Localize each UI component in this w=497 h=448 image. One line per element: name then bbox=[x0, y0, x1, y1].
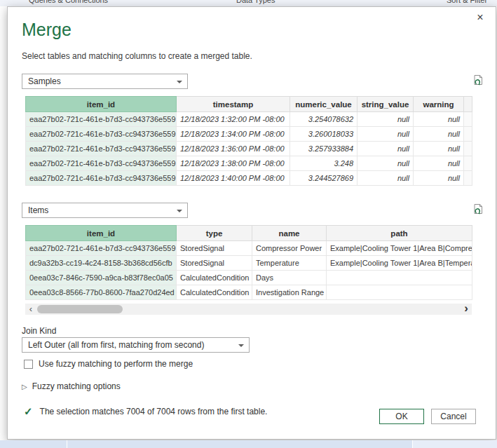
table-cell[interactable]: 0eea03c8-8566-77b0-8600-7faa270d24ed bbox=[26, 285, 177, 300]
table-cell[interactable]: 3.257933884 bbox=[290, 142, 358, 156]
table-cell[interactable]: eaa27b02-721c-461e-b7d3-cc943736e559 bbox=[26, 127, 177, 142]
table-cell[interactable]: StoredSignal bbox=[177, 256, 252, 271]
column-header-name[interactable]: name bbox=[252, 226, 327, 241]
ok-button[interactable]: OK bbox=[379, 409, 424, 424]
chevron-down-icon bbox=[177, 81, 182, 83]
table-cell[interactable]: Temperature bbox=[252, 256, 327, 271]
table-cell[interactable]: dc9a32b3-cc19-4c24-8158-3b368cd56cfb bbox=[26, 256, 177, 271]
table-row: dc9a32b3-cc19-4c24-8158-3b368cd56cfb Sto… bbox=[26, 256, 472, 271]
status-line: ✓ The selection matches 7004 of 7004 row… bbox=[24, 405, 267, 418]
column-header-numeric-value[interactable]: numeric_value bbox=[290, 97, 358, 112]
join-kind-select[interactable]: Left Outer (all from first, matching fro… bbox=[22, 337, 250, 353]
column-header-string-value[interactable]: string_value bbox=[358, 97, 414, 112]
table-row: eaa27b02-721c-461e-b7d3-cc943736e559 12/… bbox=[26, 127, 472, 142]
column-header-timestamp[interactable]: timestamp bbox=[177, 97, 290, 112]
table-cell[interactable]: 12/18/2023 1:38:00 PM -08:00 bbox=[177, 156, 290, 171]
column-header-warning[interactable]: warning bbox=[414, 97, 464, 112]
scrollbar-thumb[interactable] bbox=[37, 305, 123, 313]
ribbon-group-label: Queries & Connections bbox=[29, 0, 108, 4]
table-cell[interactable]: Compressor Power bbox=[252, 241, 327, 256]
table-cell[interactable]: 3.254078632 bbox=[290, 112, 358, 127]
table-cell[interactable]: null bbox=[358, 171, 414, 186]
vertical-scrollbar-track[interactable] bbox=[464, 97, 472, 112]
worksheet-fragment bbox=[0, 440, 497, 448]
table-cell[interactable]: Example|Cooling Tower 1|Area B|Temperat bbox=[327, 256, 472, 271]
first-table-select[interactable]: Samples bbox=[22, 74, 188, 89]
table-cell[interactable]: null bbox=[358, 156, 414, 171]
table-cell[interactable]: 12/18/2023 1:40:00 PM -08:00 bbox=[177, 171, 290, 186]
column-header-item-id[interactable]: item_id bbox=[26, 97, 177, 112]
refresh-preview-button[interactable] bbox=[472, 203, 484, 216]
table-cell[interactable]: Days bbox=[252, 271, 327, 285]
scroll-left-icon[interactable]: ‹ bbox=[26, 304, 36, 315]
cancel-button[interactable]: Cancel bbox=[431, 409, 476, 424]
table-row: eaa27b02-721c-461e-b7d3-cc943736e559 Sto… bbox=[26, 241, 472, 256]
table-cell[interactable]: 12/18/2023 1:32:00 PM -08:00 bbox=[177, 112, 290, 127]
second-table-select[interactable]: Items bbox=[22, 203, 188, 218]
join-kind-label: Join Kind bbox=[22, 326, 56, 336]
ribbon-group-label: Data Types bbox=[236, 0, 275, 4]
dialog-title: Merge bbox=[22, 20, 72, 40]
vertical-scrollbar-track[interactable] bbox=[464, 142, 472, 156]
refresh-icon bbox=[472, 203, 484, 216]
column-header-item-id[interactable]: item_id bbox=[26, 226, 177, 241]
table-cell[interactable]: eaa27b02-721c-461e-b7d3-cc943736e559 bbox=[26, 241, 177, 256]
vertical-scrollbar-track[interactable] bbox=[464, 156, 472, 171]
refresh-icon bbox=[472, 74, 484, 87]
table-cell[interactable]: null bbox=[414, 127, 464, 142]
table-cell[interactable]: null bbox=[414, 112, 464, 127]
table-cell[interactable]: 3.244527869 bbox=[290, 171, 358, 186]
table-cell[interactable]: null bbox=[414, 156, 464, 171]
dialog-subtitle: Select tables and matching columns to cr… bbox=[22, 51, 252, 61]
fuzzy-matching-checkbox[interactable] bbox=[24, 360, 33, 369]
table-cell[interactable]: null bbox=[414, 142, 464, 156]
table-cell[interactable]: eaa27b02-721c-461e-b7d3-cc943736e559 bbox=[26, 156, 177, 171]
scroll-right-icon[interactable]: › bbox=[461, 304, 471, 315]
vertical-scrollbar-track[interactable] bbox=[464, 112, 472, 127]
table-cell[interactable]: null bbox=[414, 171, 464, 186]
chevron-down-icon bbox=[238, 344, 244, 347]
refresh-preview-button[interactable] bbox=[472, 74, 484, 87]
close-icon[interactable]: × bbox=[472, 11, 488, 25]
ribbon-group-label: Sort & Filter bbox=[447, 0, 487, 4]
fuzzy-matching-checkbox-label[interactable]: Use fuzzy matching to perform the merge bbox=[39, 359, 193, 369]
table-cell[interactable]: 3.248 bbox=[290, 156, 358, 171]
samples-preview-table: item_id timestamp numeric_value string_v… bbox=[25, 96, 472, 186]
fuzzy-options-expander[interactable]: ▷Fuzzy matching options bbox=[22, 381, 121, 391]
table-cell[interactable]: StoredSignal bbox=[177, 241, 252, 256]
table-cell[interactable]: CalculatedCondition bbox=[177, 285, 252, 300]
table-cell[interactable]: eaa27b02-721c-461e-b7d3-cc943736e559 bbox=[26, 171, 177, 186]
second-table-select-value: Items bbox=[28, 205, 48, 215]
fuzzy-options-label: Fuzzy matching options bbox=[32, 381, 121, 391]
chevron-down-icon bbox=[177, 210, 182, 212]
table-cell[interactable]: CalculatedCondition bbox=[177, 271, 252, 285]
table-row: 0eea03c7-846c-7590-a9ca-b83f78ec0a05 Cal… bbox=[26, 271, 472, 285]
table-cell[interactable]: null bbox=[358, 127, 414, 142]
table-cell[interactable]: null bbox=[358, 142, 414, 156]
table-cell[interactable]: Example|Cooling Tower 1|Area B|Compress bbox=[327, 241, 472, 256]
column-header-type[interactable]: type bbox=[177, 226, 252, 241]
table-row: eaa27b02-721c-461e-b7d3-cc943736e559 12/… bbox=[26, 171, 472, 186]
table-cell[interactable]: null bbox=[358, 112, 414, 127]
screen: Queries & Connections Data Types Sort & … bbox=[0, 0, 497, 448]
table-cell[interactable]: eaa27b02-721c-461e-b7d3-cc943736e559 bbox=[26, 112, 177, 127]
table-cell[interactable]: Investigation Range bbox=[252, 285, 327, 300]
table-cell[interactable]: 3.260018033 bbox=[290, 127, 358, 142]
worksheet-cell bbox=[412, 440, 497, 448]
merge-dialog: × Merge Select tables and matching colum… bbox=[7, 6, 496, 440]
table-cell[interactable]: 12/18/2023 1:34:00 PM -08:00 bbox=[177, 127, 290, 142]
table-cell[interactable]: eaa27b02-721c-461e-b7d3-cc943736e559 bbox=[26, 142, 177, 156]
table-cell[interactable]: 0eea03c7-846c-7590-a9ca-b83f78ec0a05 bbox=[26, 271, 177, 285]
vertical-scrollbar-track[interactable] bbox=[464, 127, 472, 142]
vertical-scrollbar-track[interactable] bbox=[464, 171, 472, 186]
column-header-path[interactable]: path bbox=[327, 226, 472, 241]
first-table-select-value: Samples bbox=[28, 76, 61, 86]
table-row: eaa27b02-721c-461e-b7d3-cc943736e559 12/… bbox=[26, 112, 472, 127]
table-cell[interactable]: 12/18/2023 1:36:00 PM -08:00 bbox=[177, 142, 290, 156]
table-cell[interactable] bbox=[327, 271, 472, 285]
worksheet-gridline bbox=[67, 440, 67, 448]
table-row: eaa27b02-721c-461e-b7d3-cc943736e559 12/… bbox=[26, 142, 472, 156]
horizontal-scrollbar[interactable]: ‹ › bbox=[25, 304, 472, 315]
table-cell[interactable] bbox=[327, 285, 472, 300]
table-row: 0eea03c8-8566-77b0-8600-7faa270d24ed Cal… bbox=[26, 285, 472, 300]
